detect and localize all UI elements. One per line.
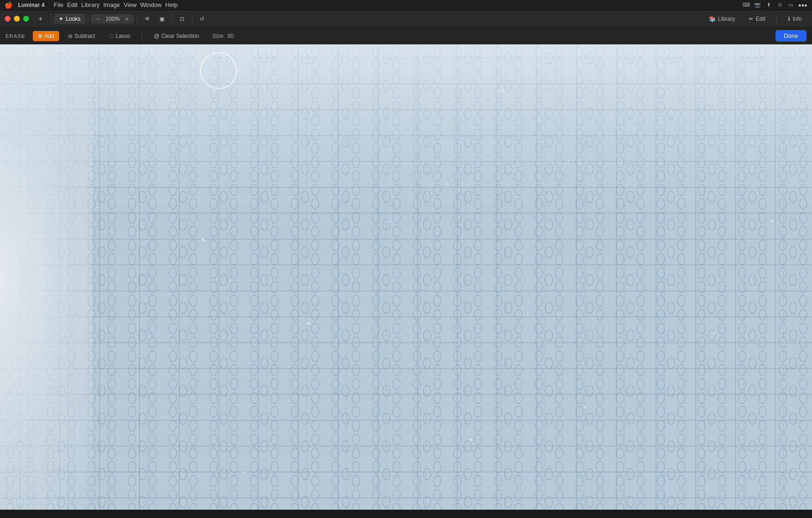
zoom-control: − 100% + — [91, 14, 134, 24]
info-label: Info — [793, 16, 802, 22]
divider-6 — [776, 13, 777, 24]
size-label: Size: — [213, 33, 225, 39]
library-icon: 📚 — [709, 16, 716, 22]
system-icon-wifi[interactable]: ⊙ — [776, 1, 783, 9]
divider-1 — [51, 13, 51, 24]
divider-4 — [172, 13, 172, 24]
mode-label: ERASE — [6, 33, 25, 39]
size-control: Size: 80 — [213, 33, 234, 39]
size-value: 80 — [227, 33, 233, 39]
menu-image[interactable]: Image — [101, 0, 122, 9]
clear-icon: @ — [154, 33, 159, 39]
system-icon-1[interactable]: ⌨ — [743, 1, 750, 9]
crop-button[interactable]: ⊡ — [175, 14, 189, 24]
menu-file[interactable]: File — [52, 0, 65, 9]
looks-button[interactable]: ✦ Looks — [54, 14, 85, 24]
edit-tab[interactable]: ✏ Edit — [743, 14, 771, 24]
new-tab-button[interactable]: + — [35, 14, 46, 24]
zoom-value: 100% — [104, 16, 122, 22]
menu-view[interactable]: View — [122, 0, 139, 9]
system-icon-2[interactable]: 📷 — [754, 1, 761, 9]
divider-5 — [192, 13, 192, 24]
close-button[interactable] — [5, 16, 11, 22]
divider-3 — [137, 13, 137, 24]
maximize-button[interactable] — [23, 16, 29, 22]
photo-background — [0, 44, 812, 510]
history-icon: ↺ — [200, 16, 204, 22]
looks-label: Looks — [66, 16, 80, 22]
menu-edit[interactable]: Edit — [65, 0, 79, 9]
right-toolbar: 📚 Library ✏ Edit ℹ Info — [703, 13, 807, 24]
divider-7 — [142, 30, 142, 42]
done-button[interactable]: Done — [775, 30, 806, 42]
zoom-minus-button[interactable]: − — [95, 15, 101, 23]
compare-button[interactable]: ▣ — [155, 14, 169, 24]
apple-menu-icon[interactable]: 🍎 — [5, 1, 12, 9]
library-label: Library — [718, 16, 735, 22]
system-bar: 🍎 Luminar 4 File Edit Library Image View… — [0, 0, 812, 10]
edit-label: Edit — [756, 16, 765, 22]
menu-library[interactable]: Library — [79, 0, 102, 9]
subtract-icon: ⊖ — [68, 33, 73, 39]
traffic-lights — [5, 16, 29, 22]
menu-help[interactable]: Help — [164, 0, 180, 9]
edit-toolbar: ERASE ⊕ Add ⊖ Subtract ◌ Lasso @ Clear S… — [0, 28, 812, 44]
menu-window[interactable]: Window — [139, 0, 164, 9]
history-button[interactable]: ↺ — [195, 14, 209, 24]
subtract-label: Subtract — [74, 33, 95, 39]
top-highlight — [0, 44, 812, 207]
system-time: ●●● — [798, 2, 807, 8]
lasso-icon: ◌ — [109, 33, 114, 39]
lasso-label: Lasso — [116, 33, 130, 39]
main-toolbar: + ✦ Looks − 100% + 👁 ▣ ⊡ ↺ 📚 Library ✏ E… — [0, 10, 812, 28]
photo-canvas[interactable] — [0, 44, 812, 510]
lasso-button[interactable]: ◌ Lasso — [104, 31, 135, 41]
clear-label: Clear Selection — [161, 33, 199, 39]
system-icon-3[interactable]: ⬆ — [765, 1, 772, 9]
clear-selection-button[interactable]: @ Clear Selection — [149, 31, 204, 41]
crop-icon: ⊡ — [180, 16, 184, 22]
add-button[interactable]: ⊕ Add — [33, 31, 59, 41]
system-icon-battery[interactable]: ▭ — [787, 1, 794, 9]
app-name-label: Luminar 4 — [18, 2, 44, 8]
add-icon: ⊕ — [38, 33, 43, 39]
eye-icon: 👁 — [145, 16, 150, 22]
divider-2 — [88, 13, 88, 24]
library-tab[interactable]: 📚 Library — [703, 14, 741, 24]
eye-button[interactable]: 👁 — [140, 14, 155, 24]
add-label: Add — [44, 33, 54, 39]
subtract-button[interactable]: ⊖ Subtract — [63, 31, 100, 41]
info-icon: ℹ — [788, 16, 790, 22]
zoom-plus-button[interactable]: + — [124, 15, 130, 23]
looks-icon: ✦ — [59, 16, 63, 22]
edit-icon: ✏ — [749, 16, 753, 22]
compare-icon: ▣ — [159, 16, 165, 22]
minimize-button[interactable] — [14, 16, 20, 22]
info-tab[interactable]: ℹ Info — [782, 14, 807, 24]
